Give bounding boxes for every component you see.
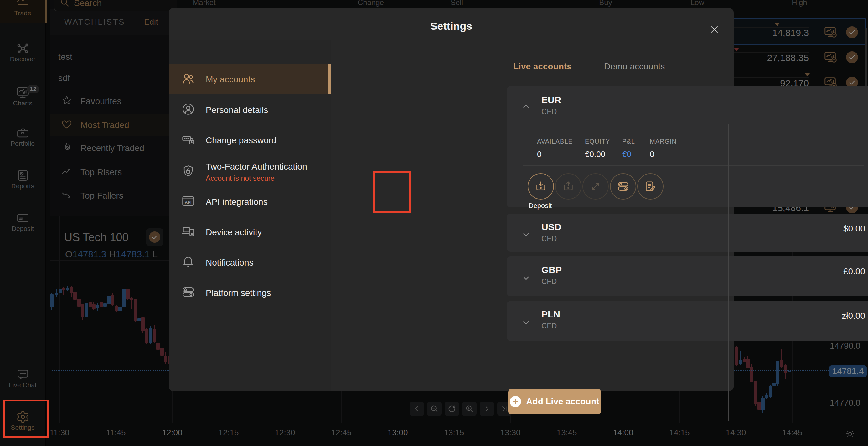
shield-icon: [181, 164, 195, 180]
plus-icon: +: [510, 396, 521, 407]
api-icon: API: [181, 194, 195, 210]
menu-item-platform-settings[interactable]: Platform settings: [169, 278, 331, 308]
menu-item-change-password[interactable]: Change password: [169, 126, 331, 156]
account-card-gbp[interactable]: GBPCFD£0.00: [507, 256, 868, 296]
stat-available: AVAILABLE0: [537, 138, 573, 159]
deposit-label: Deposit: [529, 202, 552, 210]
menu-item-label: Platform settings: [206, 288, 271, 298]
deposit-button[interactable]: [528, 173, 554, 200]
bell-icon: [181, 255, 195, 271]
account-code: PLN: [541, 309, 560, 320]
tab-live-accounts[interactable]: Live accounts: [513, 62, 572, 72]
users-icon: [181, 72, 195, 88]
annotation-box-settings: [3, 400, 49, 438]
toggles-icon: [181, 285, 195, 301]
account-balance: £0.00: [843, 267, 865, 276]
account-card-pln[interactable]: PLNCFDzł0.00: [507, 301, 868, 341]
account-card-eur[interactable]: EUR CFD Active AVAILABLE0EQUITY€0.00P&L€…: [507, 86, 868, 207]
menu-item-label: Device activity: [206, 228, 262, 237]
account-type: CFD: [541, 234, 557, 243]
stat-margin: MARGIN0: [650, 138, 677, 159]
settings-modal: Settings My accountsPersonal detailsChan…: [169, 8, 734, 391]
stat-equity: EQUITY€0.00: [585, 138, 610, 159]
modal-scrollbar[interactable]: [728, 124, 729, 421]
transfer-button[interactable]: [582, 173, 609, 200]
account-card-usd[interactable]: USDCFD$0.00: [507, 214, 868, 252]
menu-item-two-factor-authentication[interactable]: Two-Factor AuthenticationAccount is not …: [169, 155, 331, 189]
devices-icon: [181, 225, 195, 241]
settings-menu: My accountsPersonal detailsChange passwo…: [169, 40, 331, 391]
account-type: CFD: [541, 277, 557, 286]
account-code: GBP: [541, 265, 562, 275]
stat-pl: P&L€0: [622, 138, 635, 159]
account-balance: $0.00: [843, 224, 865, 234]
menu-item-label: Two-Factor AuthenticationAccount is not …: [206, 162, 307, 183]
svg-text:API: API: [185, 200, 191, 204]
modal-title: Settings: [169, 20, 734, 32]
chevron-down-icon[interactable]: [521, 273, 531, 284]
password-icon: [181, 133, 195, 148]
tab-demo-accounts[interactable]: Demo accounts: [604, 62, 665, 72]
menu-item-label: Change password: [206, 135, 277, 145]
person-icon: [181, 102, 195, 118]
menu-item-my-accounts[interactable]: My accounts: [169, 64, 331, 95]
chevron-down-icon[interactable]: [521, 318, 531, 329]
menu-item-personal-details[interactable]: Personal details: [169, 95, 331, 125]
menu-item-label: Notifications: [206, 258, 254, 268]
menu-item-label: API integrations: [206, 197, 268, 207]
add-live-account-label: Add Live account: [526, 397, 599, 407]
add-live-account-button[interactable]: + Add Live account: [508, 389, 601, 414]
menu-item-warning: Account is not secure: [206, 174, 307, 183]
annotation-box-deposit: [373, 171, 411, 213]
account-type: CFD: [541, 321, 557, 330]
chevron-up-icon[interactable]: [521, 102, 531, 112]
divider: [523, 166, 864, 166]
trading-app: 14,819.327,188.3592.1700.507011,685.301,…: [0, 0, 868, 446]
withdraw-button[interactable]: [555, 173, 582, 200]
settings-content: Live accounts Demo accounts EUR CFD Acti…: [331, 40, 734, 391]
menu-item-label: My accounts: [206, 74, 255, 84]
close-icon[interactable]: [707, 23, 721, 36]
account-type: CFD: [541, 107, 557, 116]
account-code: USD: [541, 222, 561, 232]
switch-account-button[interactable]: [610, 173, 636, 200]
menu-item-notifications[interactable]: Notifications: [169, 248, 331, 278]
menu-item-label: Personal details: [206, 105, 268, 115]
edit-details-button[interactable]: [637, 173, 663, 200]
account-code: EUR: [541, 95, 561, 105]
account-balance: zł0.00: [842, 311, 865, 321]
menu-item-device-activity[interactable]: Device activity: [169, 217, 331, 247]
chevron-down-icon[interactable]: [521, 230, 531, 240]
menu-item-api-integrations[interactable]: APIAPI integrations: [169, 187, 331, 217]
